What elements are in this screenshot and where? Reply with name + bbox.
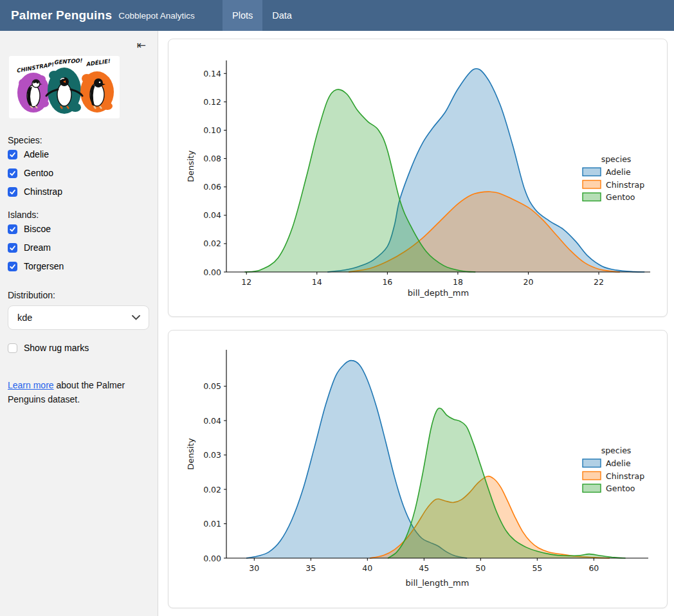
legend-title: species xyxy=(601,446,632,455)
distribution-label: Distribution: xyxy=(8,290,150,300)
distribution-select[interactable]: kde xyxy=(8,305,149,330)
nav-tabs: PlotsData xyxy=(223,0,302,31)
islands-section-label: Islands: xyxy=(8,210,150,220)
y-tick-label: 0.08 xyxy=(203,154,221,163)
islands-checkbox-torgersen[interactable]: Torgersen xyxy=(8,261,150,271)
y-axis-label: Density xyxy=(186,438,196,470)
checked-checkbox-icon xyxy=(8,187,17,197)
legend-swatch-chinstrap xyxy=(583,472,601,480)
brand: Palmer Penguins Cobblepot Analytics xyxy=(0,0,223,31)
x-axis-label: bill_length_mm xyxy=(406,578,469,588)
y-tick-label: 0.04 xyxy=(203,210,221,220)
species-checkbox-chinstrap[interactable]: Chinstrap xyxy=(8,186,150,197)
checkbox-label: Gentoo xyxy=(24,168,53,178)
legend-swatch-adelie xyxy=(583,168,601,176)
species-checkbox-gentoo[interactable]: Gentoo xyxy=(8,168,150,178)
x-tick-label: 60 xyxy=(588,563,599,573)
checkbox-label: Adelie xyxy=(24,149,49,159)
y-tick-label: 0.12 xyxy=(203,97,221,107)
distribution-selected-value: kde xyxy=(17,313,32,323)
sidebar: ⇤ xyxy=(0,31,158,616)
x-tick-label: 30 xyxy=(249,563,259,573)
checkbox-label: Show rug marks xyxy=(24,343,89,353)
legend-swatch-gentoo xyxy=(583,484,601,493)
app-title: Palmer Penguins xyxy=(11,8,112,23)
y-tick-label: 0.05 xyxy=(203,381,221,391)
y-tick-label: 0.00 xyxy=(203,267,221,277)
bill-depth-density-plot: 1214161820220.000.020.040.060.080.100.12… xyxy=(168,39,668,318)
x-tick-label: 14 xyxy=(312,277,322,287)
checkbox-label: Chinstrap xyxy=(24,186,62,197)
y-tick-label: 0.02 xyxy=(203,485,221,494)
legend-title: species xyxy=(601,154,632,164)
y-tick-label: 0.01 xyxy=(203,519,221,529)
x-tick-label: 35 xyxy=(305,563,316,573)
legend-label-chinstrap: Chinstrap xyxy=(606,180,644,190)
x-tick-label: 22 xyxy=(594,277,604,287)
y-tick-label: 0.04 xyxy=(203,416,221,426)
x-tick-label: 45 xyxy=(419,563,429,573)
x-tick-label: 20 xyxy=(524,277,534,287)
plot-card-bill-depth: 1214161820220.000.020.040.060.080.100.12… xyxy=(168,39,668,317)
y-tick-label: 0.14 xyxy=(203,69,221,78)
app-subtitle: Cobblepot Analytics xyxy=(118,11,195,21)
islands-checkbox-biscoe[interactable]: Biscoe xyxy=(8,224,150,234)
legend-label-gentoo: Gentoo xyxy=(606,484,635,493)
checkbox-label: Torgersen xyxy=(24,261,64,271)
y-tick-label: 0.02 xyxy=(203,239,221,248)
x-tick-label: 18 xyxy=(453,277,463,287)
learn-more-text: Learn more about the Palmer Penguins dat… xyxy=(8,379,143,406)
density-area-gentoo xyxy=(388,408,626,558)
y-axis-label: Density xyxy=(186,150,196,182)
penguins-artwork-image: CHINSTRAP! GENTOO! ADÉLIE! xyxy=(9,56,150,121)
x-axis-label: bill_depth_mm xyxy=(408,288,469,298)
tab-data[interactable]: Data xyxy=(262,0,302,31)
legend-swatch-adelie xyxy=(583,459,601,467)
legend-label-adelie: Adelie xyxy=(606,458,631,468)
islands-checkbox-dream[interactable]: Dream xyxy=(8,242,150,253)
checkbox-label: Biscoe xyxy=(24,224,51,234)
x-tick-label: 50 xyxy=(475,563,486,573)
legend-swatch-gentoo xyxy=(583,193,601,201)
app-header: Palmer Penguins Cobblepot Analytics Plot… xyxy=(0,0,674,31)
legend-swatch-chinstrap xyxy=(583,181,601,189)
main-content: 1214161820220.000.020.040.060.080.100.12… xyxy=(159,31,674,616)
species-checkbox-adelie[interactable]: Adelie xyxy=(8,149,150,159)
legend-label-adelie: Adelie xyxy=(606,167,631,177)
sidebar-collapse-icon[interactable]: ⇤ xyxy=(137,39,146,51)
learn-more-link[interactable]: Learn more xyxy=(8,380,54,390)
checkbox-label: Dream xyxy=(24,242,51,253)
legend-label-chinstrap: Chinstrap xyxy=(606,471,644,481)
y-tick-label: 0.03 xyxy=(203,450,221,460)
checked-checkbox-icon xyxy=(8,168,17,178)
x-tick-label: 40 xyxy=(362,563,372,573)
x-tick-label: 12 xyxy=(241,277,251,287)
x-tick-label: 16 xyxy=(382,277,392,287)
checked-checkbox-icon xyxy=(8,150,17,159)
unchecked-checkbox-icon xyxy=(8,343,17,353)
chevron-down-icon xyxy=(132,315,140,320)
tab-plots[interactable]: Plots xyxy=(223,0,262,31)
checked-checkbox-icon xyxy=(8,262,17,271)
option-checkbox-show-rug-marks[interactable]: Show rug marks xyxy=(8,343,150,353)
y-tick-label: 0.06 xyxy=(203,182,221,192)
x-tick-label: 55 xyxy=(532,563,542,573)
legend-label-gentoo: Gentoo xyxy=(606,192,635,202)
plot-card-bill-length: 303540455055600.000.010.020.030.040.05bi… xyxy=(168,330,668,608)
bill-length-density-plot: 303540455055600.000.010.020.030.040.05bi… xyxy=(168,331,668,609)
checked-checkbox-icon xyxy=(8,224,17,234)
checked-checkbox-icon xyxy=(8,243,17,253)
y-tick-label: 0.10 xyxy=(203,125,221,135)
y-tick-label: 0.00 xyxy=(203,554,221,563)
species-section-label: Species: xyxy=(8,135,150,145)
